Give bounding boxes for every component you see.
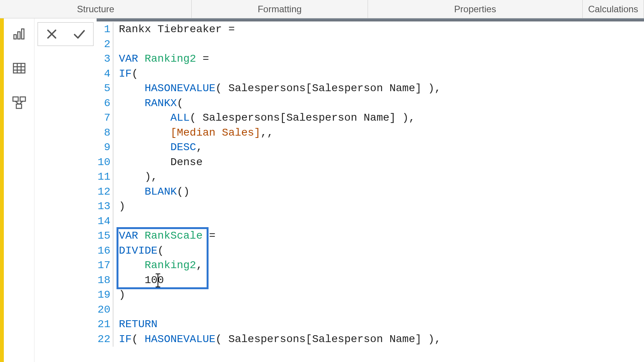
line-number: 9 xyxy=(97,140,113,155)
line-number: 3 xyxy=(97,52,113,67)
line-number: 11 xyxy=(97,170,113,185)
line-number: 22 xyxy=(97,332,113,347)
code-line[interactable]: 21RETURN xyxy=(97,317,644,332)
tab-properties[interactable]: Properties xyxy=(368,0,583,18)
workspace: 1Rankx Tiebreaker =23VAR Ranking2 =4IF(5… xyxy=(0,18,644,362)
line-number: 7 xyxy=(97,111,113,126)
code-line[interactable]: 14 xyxy=(97,214,644,229)
line-number: 19 xyxy=(97,288,113,303)
line-number: 20 xyxy=(97,303,113,318)
model-view-icon[interactable] xyxy=(11,94,28,111)
line-number: 15 xyxy=(97,229,113,244)
cancel-button[interactable] xyxy=(38,23,66,46)
line-number: 18 xyxy=(97,273,113,288)
formula-bar-controls xyxy=(34,18,97,362)
line-number: 14 xyxy=(97,214,113,229)
code-line[interactable]: 16DIVIDE( xyxy=(97,244,644,259)
svg-rect-2 xyxy=(21,29,24,39)
svg-rect-3 xyxy=(13,64,25,73)
line-number: 17 xyxy=(97,258,113,273)
code-line[interactable]: 22IF( HASONEVALUE( Salespersons[Salesper… xyxy=(97,332,644,347)
line-number: 8 xyxy=(97,126,113,141)
line-number: 12 xyxy=(97,185,113,200)
line-number: 13 xyxy=(97,199,113,214)
editor-top-strip xyxy=(97,18,644,21)
commit-button[interactable] xyxy=(66,23,93,46)
code-line[interactable]: 19) xyxy=(97,288,644,303)
code-line[interactable]: 15VAR RankScale = xyxy=(97,229,644,244)
svg-rect-0 xyxy=(14,35,16,39)
code-line[interactable]: 3VAR Ranking2 = xyxy=(97,52,644,67)
code-line[interactable]: 9 DESC, xyxy=(97,140,644,155)
code-line[interactable]: 8 [Median Sales],, xyxy=(97,126,644,141)
code-line[interactable]: 4IF( xyxy=(97,67,644,82)
tab-formatting[interactable]: Formatting xyxy=(192,0,368,18)
tab-calculations[interactable]: Calculations xyxy=(583,0,644,18)
formula-control-box xyxy=(38,22,94,46)
code-line[interactable]: 5 HASONEVALUE( Salespersons[Salesperson … xyxy=(97,81,644,96)
formula-editor[interactable]: 1Rankx Tiebreaker =23VAR Ranking2 =4IF(5… xyxy=(97,18,644,362)
text-cursor xyxy=(158,274,158,287)
line-number: 6 xyxy=(97,96,113,111)
line-number: 2 xyxy=(97,37,113,52)
line-number: 5 xyxy=(97,81,113,96)
svg-rect-9 xyxy=(20,97,25,101)
nav-rail xyxy=(4,18,34,362)
line-number: 16 xyxy=(97,244,113,259)
tab-structure[interactable]: Structure xyxy=(0,0,192,18)
code-line[interactable]: 11 ), xyxy=(97,170,644,185)
report-view-icon[interactable] xyxy=(11,25,28,42)
svg-rect-10 xyxy=(16,104,21,108)
code-line[interactable]: 2 xyxy=(97,37,644,52)
code-line[interactable]: 6 RANKX( xyxy=(97,96,644,111)
code-line[interactable]: 1Rankx Tiebreaker = xyxy=(97,22,644,37)
line-number: 4 xyxy=(97,67,113,82)
code-line[interactable]: 13) xyxy=(97,199,644,214)
code-line[interactable]: 12 BLANK() xyxy=(97,185,644,200)
code-line[interactable]: 20 xyxy=(97,303,644,318)
accent-edge xyxy=(0,18,4,362)
top-tab-bar: Structure Formatting Properties Calculat… xyxy=(0,0,644,18)
svg-rect-1 xyxy=(18,32,20,39)
line-number: 1 xyxy=(97,22,113,37)
data-view-icon[interactable] xyxy=(11,60,28,77)
code-line[interactable]: 18 100 xyxy=(97,273,644,288)
code-line[interactable]: 17 Ranking2, xyxy=(97,258,644,273)
code-line[interactable]: 10 Dense xyxy=(97,155,644,170)
code-line[interactable]: 7 ALL( Salespersons[Salesperson Name] ), xyxy=(97,111,644,126)
line-number: 21 xyxy=(97,317,113,332)
line-number: 10 xyxy=(97,155,113,170)
svg-rect-8 xyxy=(13,97,18,101)
